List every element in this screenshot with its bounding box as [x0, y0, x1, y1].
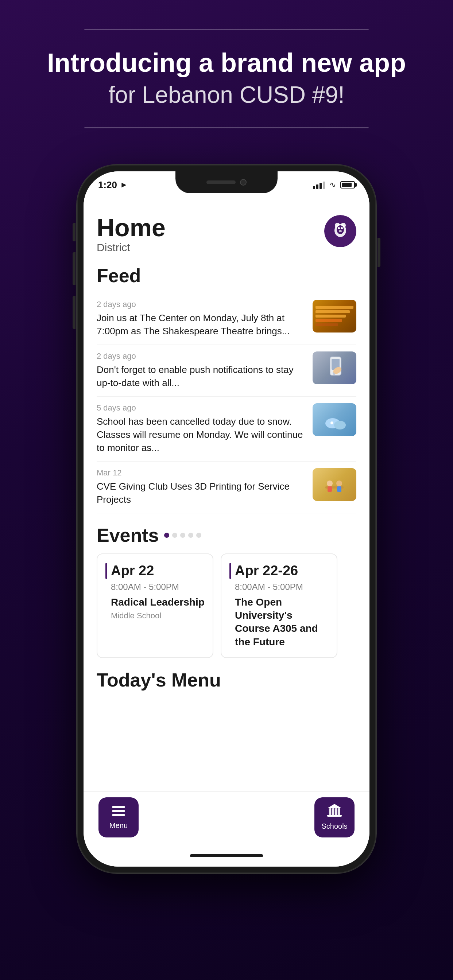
events-row: Apr 22 8:00AM - 5:00PM Radical Leadershi…: [97, 554, 356, 659]
battery-fill: [342, 183, 352, 187]
app-content: Home District: [83, 208, 370, 791]
intro-title-line1: Introducing a brand new app: [29, 48, 424, 77]
schools-label: Schools: [321, 822, 347, 830]
dot-5[interactable]: [196, 533, 201, 538]
feed-text-2: 2 days ago Don't forget to enable push n…: [97, 352, 305, 390]
dot-2[interactable]: [172, 533, 177, 538]
event-date-2: Apr 22-26: [235, 563, 298, 579]
events-pagination: [164, 533, 201, 538]
feed-meta-3: 5 days ago: [97, 403, 305, 413]
time-display: 1:20: [98, 180, 117, 191]
signal-bar-3: [319, 183, 322, 189]
dot-3[interactable]: [180, 533, 185, 538]
feed-item-3[interactable]: 5 days ago School has been cancelled tod…: [97, 397, 356, 461]
event-time-1: 8:00AM - 5:00PM: [111, 582, 205, 592]
feed-thumb-4: [313, 468, 356, 501]
dot-1[interactable]: [164, 533, 169, 538]
notch-area: 1:20 ► ∿: [83, 171, 370, 208]
location-icon: ►: [120, 180, 128, 189]
signal-bar-2: [316, 185, 318, 189]
row-2: [316, 310, 350, 313]
phone-outer: 1:20 ► ∿: [77, 165, 376, 873]
todays-menu-title: Today's Menu: [97, 669, 356, 691]
event-card-2[interactable]: Apr 22-26 8:00AM - 5:00PM The Open Unive…: [221, 554, 337, 659]
svg-point-5: [341, 227, 343, 229]
header-section: Introducing a brand new app for Lebanon …: [0, 0, 453, 165]
phone-screen: 1:20 ► ∿: [83, 171, 370, 867]
bottom-nav: Menu: [83, 791, 370, 845]
school-avatar[interactable]: [324, 215, 356, 247]
app-title-block: Home District: [97, 215, 166, 254]
app-header: Home District: [97, 215, 356, 254]
event-date-row-2: Apr 22-26: [230, 563, 329, 579]
home-indicator: [83, 845, 370, 867]
silent-switch: [73, 223, 75, 241]
schools-button[interactable]: Schools: [314, 797, 354, 837]
signal-bar-4: [323, 181, 325, 189]
screen-subtitle: District: [97, 241, 166, 254]
svg-rect-30: [335, 808, 337, 816]
home-bar: [190, 854, 263, 857]
avatar-logo: [329, 219, 351, 243]
event-bar-1: [105, 563, 107, 579]
feed-body-4: CVE Giving Club Uses 3D Printing for Ser…: [97, 480, 305, 506]
event-card-1[interactable]: Apr 22 8:00AM - 5:00PM Radical Leadershi…: [97, 554, 214, 659]
feed-text-3: 5 days ago School has been cancelled tod…: [97, 403, 305, 455]
svg-point-19: [327, 480, 333, 486]
svg-rect-31: [338, 808, 340, 816]
svg-rect-23: [112, 806, 125, 808]
status-bar: 1:20 ► ∿: [83, 180, 370, 191]
status-icons: ∿: [313, 180, 355, 189]
svg-rect-22: [337, 486, 341, 492]
feed-item-4[interactable]: Mar 12 CVE Giving Club Uses 3D Printing …: [97, 461, 356, 513]
divider-bottom: [84, 127, 369, 128]
dot-4[interactable]: [188, 533, 193, 538]
event-date-row-1: Apr 22: [105, 563, 205, 579]
nav-item-menu[interactable]: Menu: [97, 797, 140, 837]
feed-meta-2: 2 days ago: [97, 352, 305, 361]
nav-item-schools[interactable]: Schools: [313, 797, 356, 837]
row-4: [316, 319, 342, 322]
power-button: [378, 238, 380, 267]
row-3: [316, 315, 346, 318]
feed-text-1: 2 days ago Join us at The Center on Mond…: [97, 300, 305, 338]
signal-bar-1: [313, 186, 315, 189]
svg-point-4: [338, 227, 340, 229]
menu-button[interactable]: Menu: [99, 797, 139, 837]
menu-label: Menu: [109, 821, 128, 830]
volume-down-button: [73, 296, 75, 329]
row-1: [316, 306, 353, 309]
volume-up-button: [73, 252, 75, 285]
feed-thumb-3: [313, 403, 356, 436]
event-time-2: 8:00AM - 5:00PM: [235, 582, 329, 592]
battery-icon: [340, 181, 355, 188]
feed-text-4: Mar 12 CVE Giving Club Uses 3D Printing …: [97, 468, 305, 506]
event-name-1: Radical Leadership: [111, 596, 205, 609]
svg-point-12: [334, 421, 346, 430]
row-5: [316, 323, 338, 326]
svg-rect-28: [329, 808, 331, 816]
event-date-1: Apr 22: [111, 563, 154, 579]
svg-marker-32: [327, 804, 342, 808]
feed-thumb-1: [313, 300, 356, 332]
feed-thumb-2: [313, 352, 356, 384]
screen-title: Home: [97, 215, 166, 240]
svg-point-20: [336, 480, 342, 486]
svg-rect-29: [332, 808, 334, 816]
feed-body-2: Don't forget to enable push notification…: [97, 363, 305, 390]
todays-menu-section: Today's Menu: [97, 669, 356, 691]
signal-bars: [313, 181, 325, 189]
svg-rect-25: [112, 814, 125, 816]
feed-body-3: School has been cancelled today due to s…: [97, 415, 305, 455]
theater-illustration: [313, 303, 356, 329]
svg-point-3: [337, 225, 344, 234]
feed-body-1: Join us at The Center on Monday, July 8t…: [97, 311, 305, 338]
feed-item-1[interactable]: 2 days ago Join us at The Center on Mond…: [97, 293, 356, 345]
wifi-icon: ∿: [329, 180, 336, 189]
svg-point-6: [339, 230, 342, 232]
feed-meta-1: 2 days ago: [97, 300, 305, 309]
schools-icon: [327, 804, 342, 820]
event-location-1: Middle School: [111, 611, 205, 620]
feed-item-2[interactable]: 2 days ago Don't forget to enable push n…: [97, 345, 356, 397]
event-bar-2: [230, 563, 231, 579]
